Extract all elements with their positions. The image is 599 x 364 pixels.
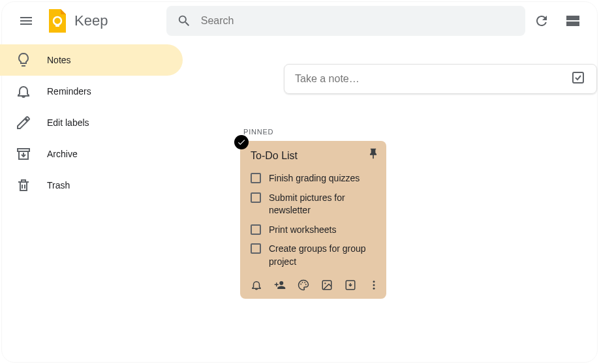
trash-icon (8, 170, 39, 201)
svg-rect-1 (55, 24, 59, 27)
svg-point-10 (373, 281, 375, 282)
list-view-button[interactable] (557, 5, 589, 37)
svg-point-4 (302, 282, 303, 283)
note-card[interactable]: To-Do List Finish grading quizzes Submit… (240, 141, 386, 299)
checkbox[interactable] (251, 243, 261, 254)
more-vert-icon (368, 279, 380, 291)
item-label: Create groups for group project (269, 243, 376, 268)
nav-label: Reminders (47, 86, 91, 97)
list-item[interactable]: Print worksheets (251, 224, 376, 237)
sidebar-item-edit-labels[interactable]: Edit labels (0, 107, 183, 138)
item-label: Submit pictures for newsletter (269, 192, 376, 217)
keep-logo-icon (44, 8, 70, 34)
list-view-icon (565, 13, 581, 29)
search-icon (177, 13, 191, 29)
new-list-button[interactable] (570, 70, 586, 88)
sidebar: Notes Reminders Edit labels Archive Tras… (0, 44, 183, 201)
palette-icon (298, 279, 309, 291)
person-add-icon (274, 279, 286, 291)
list-item[interactable]: Create groups for group project (251, 243, 376, 268)
color-button[interactable] (298, 279, 309, 291)
checklist: Finish grading quizzes Submit pictures f… (251, 172, 376, 269)
svg-point-5 (304, 282, 305, 283)
bell-icon (8, 76, 39, 107)
svg-rect-2 (573, 72, 583, 83)
nav-label: Archive (47, 149, 78, 159)
add-image-button[interactable] (321, 279, 333, 291)
take-note-input[interactable] (295, 73, 570, 85)
sidebar-item-trash[interactable]: Trash (0, 170, 183, 201)
header: Keep (0, 0, 599, 42)
lightbulb-icon (8, 44, 39, 76)
pencil-icon (8, 107, 39, 138)
nav-label: Trash (47, 180, 70, 190)
more-button[interactable] (368, 279, 380, 291)
sidebar-item-notes[interactable]: Notes (0, 44, 183, 76)
svg-point-8 (324, 282, 326, 284)
list-item[interactable]: Finish grading quizzes (251, 172, 376, 185)
refresh-button[interactable] (526, 5, 557, 37)
take-note[interactable] (284, 64, 597, 94)
item-label: Finish grading quizzes (269, 172, 360, 185)
hamburger-icon (18, 13, 34, 29)
select-note-button[interactable] (234, 135, 249, 149)
bell-icon (251, 279, 262, 291)
nav-label: Edit labels (47, 117, 89, 128)
archive-button[interactable] (345, 279, 356, 291)
remind-me-button[interactable] (251, 279, 262, 291)
checkbox[interactable] (251, 173, 261, 183)
main: PINNED To-Do List Finish grading quizzes… (183, 44, 599, 299)
collaborator-button[interactable] (274, 279, 286, 291)
svg-point-12 (373, 287, 375, 289)
nav-label: Notes (47, 55, 71, 65)
refresh-icon (534, 13, 549, 29)
archive-icon (8, 138, 39, 170)
pin-icon (367, 147, 380, 160)
note-toolbar (251, 277, 376, 294)
app-logo[interactable]: Keep (44, 8, 108, 34)
menu-button[interactable] (10, 5, 42, 37)
note-title: To-Do List (251, 150, 298, 162)
sidebar-item-archive[interactable]: Archive (0, 138, 183, 170)
checkbox[interactable] (251, 192, 261, 203)
pin-button[interactable] (367, 147, 380, 163)
checkbox[interactable] (251, 224, 261, 235)
svg-point-6 (305, 284, 307, 285)
svg-point-3 (300, 283, 301, 284)
svg-point-11 (373, 284, 375, 286)
sidebar-item-reminders[interactable]: Reminders (0, 76, 183, 107)
checkbox-icon (570, 70, 586, 85)
search-input[interactable] (201, 15, 515, 27)
check-icon (237, 138, 246, 147)
image-icon (321, 279, 333, 291)
app-name: Keep (74, 12, 108, 29)
item-label: Print worksheets (269, 224, 336, 237)
pinned-section-label: PINNED (243, 128, 599, 136)
search-bar[interactable] (166, 6, 525, 36)
list-item[interactable]: Submit pictures for newsletter (251, 192, 376, 217)
archive-icon (345, 279, 356, 291)
